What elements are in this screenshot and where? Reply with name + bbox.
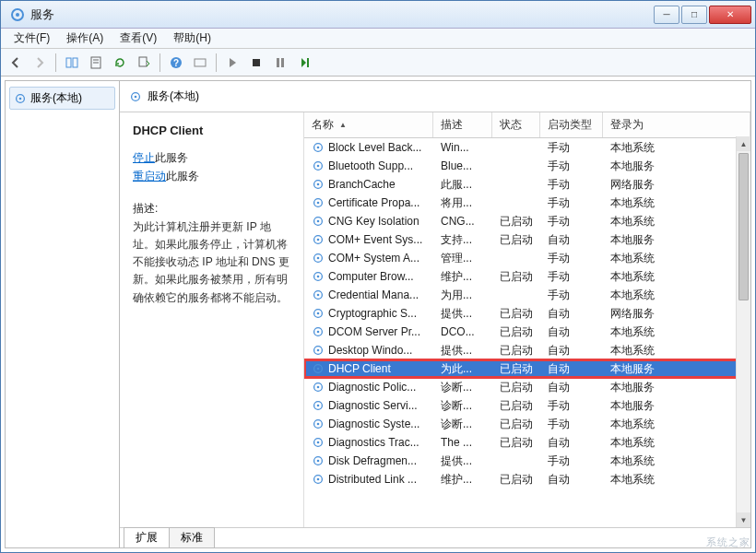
service-row[interactable]: Cryptographic S...提供...已启动自动网络服务 [304,304,750,323]
service-row[interactable]: Desktop Windo...提供...已启动自动本地系统 [304,341,750,359]
service-name: DCOM Server Pr... [328,325,420,338]
scroll-up-button[interactable]: ▲ [737,136,750,151]
service-name: COM+ Event Sys... [328,233,422,246]
service-logon: 本地系统 [603,472,750,488]
stop-service-button[interactable] [245,52,267,74]
service-desc: 提供... [433,343,492,359]
service-row[interactable]: BranchCache此服...手动网络服务 [304,175,750,194]
service-logon: 本地系统 [603,417,750,432]
gear-icon [312,307,325,320]
service-row[interactable]: Computer Brow...维护...已启动手动本地系统 [304,267,750,286]
maximize-button[interactable]: □ [681,6,707,24]
restart-link[interactable]: 重启动 [133,170,166,182]
pause-service-button[interactable] [269,52,291,74]
start-service-button[interactable] [221,52,243,74]
service-row[interactable]: Disk Defragmen...提供...手动本地系统 [304,452,750,470]
service-desc: 维护... [433,269,492,285]
service-row[interactable]: Distributed Link ...维护...已启动自动本地系统 [304,470,750,488]
window-title: 服务 [30,6,654,23]
list-body[interactable]: Block Level Back...Win...手动本地系统Bluetooth… [304,138,750,527]
service-startup: 自动 [540,472,603,488]
action-button[interactable] [189,52,211,74]
restart-service-button[interactable] [293,52,315,74]
right-content: DHCP Client 停止此服务 重启动此服务 描述: 为此计算机注册并更新 … [120,112,750,527]
help-button[interactable]: ? [165,52,187,74]
menu-view[interactable]: 查看(V) [112,29,164,48]
column-startup[interactable]: 启动类型 [540,112,603,137]
app-icon [10,7,25,22]
service-status: 已启动 [492,306,540,322]
vertical-scrollbar[interactable]: ▲ ▼ [736,136,750,527]
service-row[interactable]: DHCP Client为此...已启动自动本地服务 [304,359,750,378]
detail-links: 停止此服务 重启动此服务 [133,148,290,186]
service-desc: 诊断... [433,398,492,414]
column-description[interactable]: 描述 [433,112,492,137]
service-startup: 手动 [540,269,603,285]
scroll-down-button[interactable]: ▼ [737,512,750,527]
gear-icon [312,270,325,283]
service-row[interactable]: COM+ System A...管理...手动本地系统 [304,249,750,267]
service-desc: DCO... [433,325,492,338]
service-name: Cryptographic S... [328,307,417,320]
column-status[interactable]: 状态 [492,112,540,137]
service-row[interactable]: Credential Mana...为用...手动本地系统 [304,286,750,304]
right-pane: 服务(本地) DHCP Client 停止此服务 重启动此服务 描述: 为此计算… [120,81,750,547]
restart-suffix: 此服务 [166,170,199,182]
svg-point-16 [19,97,22,100]
minimize-button[interactable]: ─ [654,6,679,24]
tab-standard[interactable]: 标准 [169,527,215,547]
menu-help[interactable]: 帮助(H) [166,29,219,48]
service-name: CNG Key Isolation [328,215,419,228]
svg-point-52 [317,441,320,444]
svg-point-56 [317,478,320,481]
menu-action[interactable]: 操作(A) [59,29,111,48]
service-row[interactable]: CNG Key IsolationCNG...已启动手动本地系统 [304,212,750,230]
service-row[interactable]: Diagnostic Polic...诊断...已启动自动本地服务 [304,378,750,396]
service-name: Credential Mana... [328,288,419,301]
refresh-button[interactable] [109,52,131,74]
service-desc: 为用... [433,288,492,303]
svg-point-26 [317,202,320,205]
back-button[interactable] [5,52,27,74]
service-startup: 自动 [540,435,603,451]
service-row[interactable]: COM+ Event Sys...支持...已启动自动本地服务 [304,230,750,249]
service-logon: 本地服务 [603,159,750,174]
gear-icon [312,288,325,301]
column-name[interactable]: 名称▲ [304,112,433,137]
service-startup: 手动 [540,417,603,432]
svg-point-24 [317,183,320,186]
service-startup: 自动 [540,380,603,395]
service-row[interactable]: Diagnostics Trac...The ...已启动自动本地系统 [304,433,750,452]
scroll-thumb[interactable] [738,153,749,300]
tab-extended[interactable]: 扩展 [124,527,170,547]
show-hide-tree-button[interactable] [61,52,83,74]
service-startup: 手动 [540,453,603,469]
menu-file[interactable]: 文件(F) [6,29,57,48]
window-controls: ─ □ ✕ [654,6,751,24]
gear-icon [312,215,325,228]
service-row[interactable]: Block Level Back...Win...手动本地系统 [304,138,750,157]
properties-button[interactable] [85,52,107,74]
sort-asc-icon: ▲ [339,121,347,129]
export-button[interactable] [133,52,155,74]
forward-button[interactable] [29,52,51,74]
stop-link[interactable]: 停止 [133,151,155,164]
gear-icon [312,473,325,486]
service-row[interactable]: DCOM Server Pr...DCO...已启动自动本地系统 [304,323,750,341]
service-status: 已启动 [492,324,540,340]
service-row[interactable]: Diagnostic Servi...诊断...已启动手动本地服务 [304,396,750,415]
service-logon: 本地系统 [603,343,750,359]
service-row[interactable]: Bluetooth Supp...Blue...手动本地服务 [304,157,750,175]
close-button[interactable]: ✕ [709,6,751,24]
service-row[interactable]: Diagnostic Syste...诊断...已启动手动本地系统 [304,415,750,433]
service-row[interactable]: Certificate Propa...将用...手动本地系统 [304,194,750,212]
service-status: 已启动 [492,380,540,395]
gear-icon [312,418,325,430]
gear-icon [312,141,325,154]
list-pane: 名称▲ 描述 状态 启动类型 登录为 Block Level Back...Wi… [304,112,750,527]
gear-icon [312,159,325,172]
main-body: 服务(本地) 服务(本地) DHCP Client 停止此服务 重启动此服务 描… [5,80,751,548]
column-logon[interactable]: 登录为 [603,112,750,137]
tree-root-services-local[interactable]: 服务(本地) [9,87,115,110]
svg-rect-3 [73,58,77,67]
